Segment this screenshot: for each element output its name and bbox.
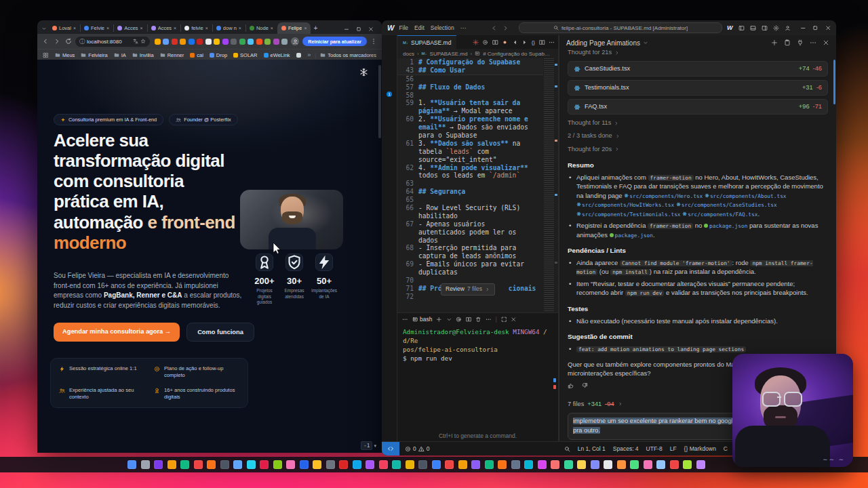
taskbar-app-icon[interactable]: [696, 460, 705, 469]
taskbar-app-icon[interactable]: [141, 460, 150, 469]
vs-maximize-button[interactable]: [812, 25, 818, 31]
browser-tab[interactable]: Felipe×: [277, 22, 311, 34]
split-editor-icon[interactable]: [539, 39, 545, 45]
bookmark-item[interactable]: Drop: [210, 52, 227, 58]
extension-icon[interactable]: [281, 39, 288, 45]
thumbs-up-icon[interactable]: [568, 382, 574, 389]
taskbar-app-icon[interactable]: [644, 460, 652, 469]
editor-more-icon[interactable]: [549, 39, 555, 45]
extension-icon[interactable]: [264, 39, 271, 45]
status-item[interactable]: LF: [670, 445, 677, 452]
problems-indicator[interactable]: 0 0: [399, 445, 429, 452]
taskbar-app-icon[interactable]: [286, 460, 295, 469]
extension-gear-icon[interactable]: [482, 39, 488, 45]
menu-selection[interactable]: Selection: [431, 24, 454, 31]
extension-icon[interactable]: [172, 39, 178, 45]
extension-icon[interactable]: [222, 39, 229, 45]
extension-icon[interactable]: [205, 39, 212, 45]
split-diff-icon[interactable]: [492, 39, 498, 45]
thumbs-down-icon[interactable]: [581, 382, 588, 389]
maximize-panel-icon[interactable]: [501, 317, 507, 323]
command-search-bar[interactable]: felipe-ai-consultoria - SUPABASE.md [Adm…: [519, 22, 722, 33]
taskbar-app-icon[interactable]: [445, 460, 454, 469]
chat-close-icon[interactable]: [823, 39, 829, 46]
taskbar-app-icon[interactable]: [485, 460, 494, 469]
status-item[interactable]: C: [724, 445, 728, 452]
taskbar-app-icon[interactable]: [458, 460, 467, 469]
taskbar-app-icon[interactable]: [326, 460, 335, 469]
bookmark-item[interactable]: Renner: [160, 52, 184, 58]
history-icon[interactable]: [784, 39, 791, 46]
extension-icon[interactable]: [256, 39, 262, 45]
vs-minimize-button[interactable]: [800, 25, 806, 31]
schedule-consulting-button[interactable]: Agendar minha consultoria agora →: [54, 323, 180, 342]
terminal-dropdown-icon[interactable]: [446, 317, 452, 323]
browser-tab[interactable]: Acces×: [147, 22, 181, 34]
thought-row[interactable]: Thought for 11s: [568, 119, 828, 127]
taskbar-app-icon[interactable]: [564, 460, 573, 469]
browser-tab[interactable]: felvie×: [180, 22, 212, 34]
bookmarks-overflow-icon[interactable]: »: [307, 52, 311, 58]
bookmark-item[interactable]: cal: [190, 52, 203, 58]
changed-file-row[interactable]: FAQ.tsx+96-71: [568, 99, 828, 115]
taskbar-app-icon[interactable]: [392, 460, 401, 469]
extension-icon[interactable]: [189, 39, 195, 45]
profile-avatar[interactable]: [291, 37, 299, 45]
kill-terminal-icon[interactable]: [475, 317, 481, 323]
taskbar-app-icon[interactable]: [247, 460, 256, 469]
all-bookmarks[interactable]: Todos os marcadores: [320, 52, 376, 58]
taskbar-app-icon[interactable]: [207, 460, 216, 469]
menu-file[interactable]: File: [399, 24, 408, 31]
browser-tab[interactable]: Loval×: [48, 22, 80, 34]
taskbar-app-icon[interactable]: [167, 460, 176, 469]
extension-icon[interactable]: [248, 39, 254, 45]
bookmark-star-icon[interactable]: [140, 39, 146, 44]
tab-search-icon[interactable]: [41, 26, 47, 31]
file-link[interactable]: package.json: [704, 223, 747, 229]
taskbar-app-icon[interactable]: [194, 460, 203, 469]
chat-title[interactable]: Adding Page Animations: [566, 39, 640, 47]
browser-tab[interactable]: Felvie×: [80, 22, 113, 34]
taskbar-app-icon[interactable]: [300, 460, 309, 469]
file-link[interactable]: src/components/HowItWorks.tsx: [576, 202, 674, 208]
taskbar-app-icon[interactable]: [524, 460, 533, 469]
vs-close-button[interactable]: [825, 25, 831, 31]
code-braces-icon[interactable]: [532, 39, 535, 45]
at-icon[interactable]: [456, 317, 462, 323]
file-link[interactable]: src/components/Testimonials.tsx: [576, 211, 681, 218]
taskbar-app-icon[interactable]: [273, 460, 282, 469]
file-link[interactable]: src/components/FAQ.tsx: [682, 211, 757, 218]
split-terminal-icon[interactable]: [466, 317, 472, 323]
taskbar-app-icon[interactable]: [551, 460, 559, 469]
bookmark-item[interactable]: IA: [114, 52, 126, 58]
file-link[interactable]: src/components/CaseStudies.tsx: [676, 202, 777, 208]
tab-supabase-md[interactable]: SUPABASE.md: [397, 35, 456, 49]
taskbar-app-icon[interactable]: [220, 460, 229, 469]
settings-gear-icon[interactable]: [773, 25, 779, 31]
status-item[interactable]: Spaces: 4: [613, 445, 639, 452]
taskbar-app-icon[interactable]: [604, 460, 612, 469]
terminal-more-left-icon[interactable]: [402, 317, 408, 323]
changed-file-row[interactable]: CaseStudies.tsx+74-46: [568, 61, 828, 77]
file-link[interactable]: src/components/About.tsx: [705, 193, 787, 199]
terminal-more-icon[interactable]: [486, 317, 492, 323]
extension-icon[interactable]: [163, 39, 169, 45]
file-link[interactable]: src/components/Hero.tsx: [624, 193, 703, 199]
extension-icon[interactable]: [239, 39, 245, 45]
nav-forward-icon[interactable]: [502, 25, 509, 31]
extension-icon[interactable]: [273, 39, 279, 45]
bookmark-item[interactable]: Meus: [55, 52, 75, 58]
zoom-badge[interactable]: -1▾: [361, 441, 376, 450]
new-terminal-icon[interactable]: [436, 317, 442, 323]
taskbar-app-icon[interactable]: [233, 460, 242, 469]
extension-icon[interactable]: [214, 39, 220, 45]
thought-row[interactable]: Thought for 20s: [568, 145, 828, 154]
breadcrumb[interactable]: docs›SUPABASE.md›# Configuração do Supab…: [397, 49, 558, 58]
how-it-works-button[interactable]: Como funciona: [186, 323, 254, 342]
minimize-button[interactable]: [344, 26, 349, 32]
close-button[interactable]: [368, 26, 374, 32]
taskbar-app-icon[interactable]: [617, 460, 626, 469]
address-bar[interactable]: ⓘ localhost:8080: [75, 37, 150, 47]
extension-icon[interactable]: [180, 39, 186, 45]
status-item[interactable]: Ln 1, Col 1: [578, 445, 606, 452]
